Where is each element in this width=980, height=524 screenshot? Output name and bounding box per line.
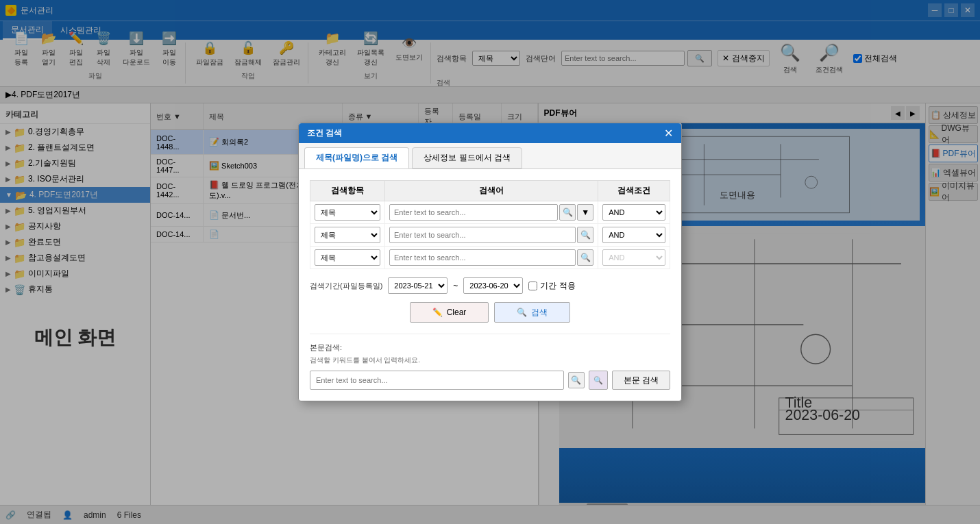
- cell-term-1: 🔍 ▼: [385, 201, 598, 224]
- search-form-table: 검색항목 검색어 검색조건 제목 파일명: [310, 180, 670, 269]
- modal-dialog: 조건 검색 ✕ 제목(파일명)으로 검색 상세정보 필드에서 검색 검색항목 검…: [298, 123, 682, 401]
- search-form-row-1: 제목 파일명 🔍 ▼: [310, 201, 670, 224]
- search-term-input-wrap-1: 🔍 ▼: [389, 204, 593, 221]
- modal-tabs: 제목(파일명)으로 검색 상세정보 필드에서 검색: [299, 143, 681, 169]
- clear-label: Clear: [447, 308, 467, 317]
- date-range-row: 검색기간(파일등록일) 2023-05-21 ~ 2023-06-20 기간 적…: [310, 277, 670, 294]
- fulltext-input-row: 🔍 🔍 본문 검색: [310, 371, 670, 390]
- fulltext-search-icon2[interactable]: 🔍: [589, 371, 608, 390]
- cell-field-2: 제목: [310, 224, 385, 247]
- search-icon-btn-1[interactable]: 🔍: [559, 204, 576, 221]
- fulltext-input[interactable]: [310, 371, 564, 390]
- condition-select-3[interactable]: AND: [602, 249, 665, 266]
- search-field-select-3[interactable]: 제목: [315, 249, 380, 266]
- col-search-field: 검색항목: [310, 181, 385, 201]
- date-range-label: 검색기간(파일등록일): [310, 281, 382, 291]
- modal-body: 검색항목 검색어 검색조건 제목 파일명: [299, 169, 681, 401]
- date-range-sep: ~: [453, 281, 458, 290]
- modal-search-button[interactable]: 🔍 검색: [494, 302, 570, 323]
- date-apply-label: 기간 적용: [540, 280, 575, 292]
- cell-condition-3: AND: [598, 247, 670, 269]
- modal-title-bar: 조건 검색 ✕: [299, 123, 681, 143]
- modal-search-icon: 🔍: [517, 308, 527, 317]
- modal-tab-title[interactable]: 제목(파일명)으로 검색: [304, 147, 409, 169]
- fulltext-search-icon-btn[interactable]: 🔍: [568, 372, 585, 388]
- date-apply-checkbox[interactable]: 기간 적용: [528, 280, 575, 292]
- cell-term-3: 🔍: [385, 247, 598, 269]
- search-icon-btn-3[interactable]: 🔍: [577, 249, 593, 266]
- fulltext-desc: 검색할 키워드를 붙여서 입력하세요.: [310, 355, 670, 365]
- modal-close-button[interactable]: ✕: [664, 128, 673, 139]
- cell-condition-1: AND OR NOT: [598, 201, 670, 224]
- modal-search-label: 검색: [531, 307, 548, 319]
- date-to-select[interactable]: 2023-06-20: [463, 277, 523, 294]
- clear-button[interactable]: ✏️ Clear: [410, 302, 489, 323]
- search-form-header-row: 검색항목 검색어 검색조건: [310, 181, 670, 201]
- fulltext-section: 본문검색: 검색할 키워드를 붙여서 입력하세요. 🔍 🔍 본문 검색: [310, 334, 670, 390]
- cell-condition-2: AND OR NOT: [598, 224, 670, 247]
- search-field-select-2[interactable]: 제목: [315, 227, 380, 243]
- modal-title: 조건 검색: [307, 127, 342, 139]
- search-form-row-2: 제목 🔍 AND OR: [310, 224, 670, 247]
- condition-select-1[interactable]: AND OR NOT: [602, 204, 665, 221]
- search-term-input-3[interactable]: [389, 249, 576, 266]
- fulltext-btn-label: 본문 검색: [624, 375, 659, 386]
- cell-field-1: 제목 파일명: [310, 201, 385, 224]
- fulltext-search-button[interactable]: 본문 검색: [612, 371, 670, 390]
- search-icon-btn-2[interactable]: 🔍: [577, 227, 593, 243]
- fulltext-label: 본문검색:: [310, 342, 670, 353]
- cell-term-2: 🔍: [385, 224, 598, 247]
- search-field-select-1[interactable]: 제목 파일명: [315, 204, 380, 221]
- modal-btn-row: ✏️ Clear 🔍 검색: [310, 302, 670, 323]
- col-search-term: 검색어: [385, 181, 598, 201]
- modal-tab-detail[interactable]: 상세정보 필드에서 검색: [412, 147, 522, 169]
- date-from-select[interactable]: 2023-05-21: [388, 277, 448, 294]
- dropdown-btn-1[interactable]: ▼: [577, 204, 593, 221]
- condition-select-2[interactable]: AND OR NOT: [602, 227, 665, 243]
- clear-icon: ✏️: [432, 308, 443, 317]
- col-search-condition: 검색조건: [598, 181, 670, 201]
- search-term-input-1[interactable]: [389, 204, 558, 221]
- modal-overlay: 조건 검색 ✕ 제목(파일명)으로 검색 상세정보 필드에서 검색 검색항목 검…: [0, 0, 980, 524]
- search-term-input-wrap-2: 🔍: [389, 227, 593, 243]
- date-apply-input[interactable]: [528, 282, 537, 290]
- search-term-input-2[interactable]: [389, 227, 576, 243]
- search-term-input-wrap-3: 🔍: [389, 249, 593, 266]
- cell-field-3: 제목: [310, 247, 385, 269]
- search-form-row-3: 제목 🔍 AND: [310, 247, 670, 269]
